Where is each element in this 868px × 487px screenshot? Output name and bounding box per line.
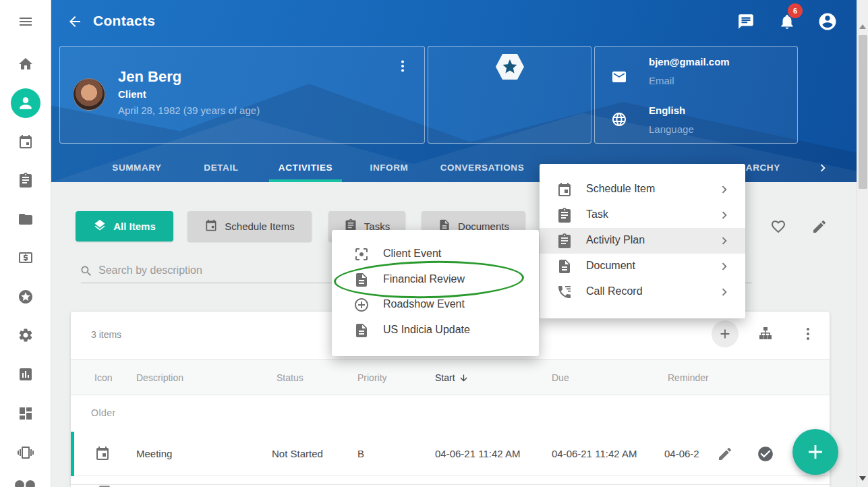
people-icon-partial[interactable] — [15, 480, 38, 487]
column-start-sorted[interactable]: Start — [435, 372, 469, 383]
tab-inform[interactable]: INFORM — [370, 163, 409, 173]
cell-reminder: 04-06-2 — [664, 448, 713, 459]
center-focus-icon — [353, 246, 370, 262]
left-sidebar — [0, 0, 51, 487]
next-row-divider — [71, 484, 830, 485]
table-row[interactable]: Meeting Not Started B 04-06-21 11:42 AM … — [71, 432, 830, 476]
client-birthdate: April 28, 1982 (39 years of age) — [118, 105, 260, 116]
filter-schedule-items-button[interactable]: Schedule Items — [187, 211, 312, 241]
profile-photo — [73, 78, 105, 111]
column-icon[interactable]: Icon — [94, 372, 112, 383]
add-activity-context-menu: Schedule Item Task Activity Plan Documen… — [540, 164, 745, 318]
client-name: Jen Berg — [118, 68, 181, 86]
client-role: Client — [118, 88, 146, 100]
edit-pencil-icon[interactable] — [811, 219, 828, 235]
group-label-older: Older — [91, 407, 116, 418]
submenu-chevron-icon — [717, 208, 732, 223]
scroll-up-arrow-icon[interactable] — [859, 24, 866, 29]
calendar-icon — [94, 445, 111, 461]
home-icon[interactable] — [18, 56, 34, 72]
column-due[interactable]: Due — [552, 372, 569, 383]
vertical-scrollbar[interactable] — [857, 0, 868, 487]
star-hexagon-badge-icon — [494, 53, 525, 81]
profile-card: Jen Berg Client April 28, 1982 (39 years… — [59, 46, 425, 144]
submenu-item-financial-review[interactable]: Financial Review — [332, 268, 539, 293]
menu-item-schedule-item[interactable]: Schedule Item — [540, 177, 745, 202]
sort-descending-arrow-icon — [459, 373, 469, 383]
contacts-person-icon[interactable] — [11, 88, 40, 118]
vibration-phone-icon[interactable] — [18, 445, 34, 461]
fab-add-button[interactable] — [792, 429, 838, 475]
notification-badge: 6 — [788, 3, 803, 18]
submenu-chevron-icon — [717, 182, 732, 197]
menu-item-call-record[interactable]: Call Record — [540, 279, 745, 305]
dashboard-icon[interactable] — [18, 405, 34, 422]
layers-icon — [93, 219, 107, 234]
submenu-item-client-event[interactable]: Client Event — [332, 242, 539, 267]
table-header-row: Icon Description Status Priority Start D… — [71, 359, 830, 395]
table-kebab-menu-icon[interactable] — [800, 326, 816, 342]
calendar-icon — [204, 219, 218, 234]
hierarchy-view-icon[interactable] — [757, 326, 774, 342]
email-label: Email — [649, 75, 674, 86]
clipboard-icon — [556, 207, 573, 223]
cell-status: Not Started — [272, 448, 323, 459]
scroll-down-arrow-icon[interactable] — [859, 476, 866, 481]
row-complete-check-icon[interactable] — [757, 445, 774, 463]
submenu-chevron-icon — [717, 233, 732, 248]
menu-item-document[interactable]: Document — [540, 254, 745, 279]
email-icon — [611, 69, 627, 85]
plus-circle-icon — [353, 297, 370, 313]
document-icon — [353, 322, 370, 339]
clipboard-icon[interactable] — [18, 172, 34, 188]
row-edit-pencil-icon[interactable] — [717, 446, 733, 462]
column-priority[interactable]: Priority — [357, 372, 387, 383]
tab-activities[interactable]: ACTIVITIES — [279, 163, 332, 173]
cell-start: 04-06-21 11:42 AM — [435, 448, 520, 459]
phone-list-icon — [556, 284, 573, 300]
activity-plan-submenu: Client Event Financial Review Roadshow E… — [332, 230, 539, 356]
column-status[interactable]: Status — [277, 372, 303, 383]
chat-icon[interactable] — [737, 13, 755, 30]
back-arrow-icon[interactable] — [67, 13, 83, 30]
contact-info-card: bjen@gmail.com Email English Language — [594, 46, 798, 144]
globe-icon — [611, 111, 627, 127]
menu-item-activity-plan[interactable]: Activity Plan — [540, 228, 745, 254]
folder-icon[interactable] — [18, 211, 34, 227]
scrollbar-thumb[interactable] — [859, 35, 867, 189]
star-circle-icon[interactable] — [18, 289, 34, 305]
cell-description: Meeting — [136, 448, 172, 459]
badge-card — [428, 46, 591, 144]
tab-summary[interactable]: SUMMARY — [112, 163, 161, 173]
column-reminder[interactable]: Reminder — [668, 372, 709, 383]
column-description[interactable]: Description — [136, 372, 183, 383]
filter-all-items-button[interactable]: All Items — [76, 211, 173, 241]
menu-item-task[interactable]: Task — [540, 202, 745, 228]
calendar-icon — [556, 181, 573, 198]
submenu-item-us-indicia-update[interactable]: US Indicia Update — [332, 318, 539, 343]
submenu-chevron-icon — [717, 259, 732, 274]
favorite-heart-icon[interactable] — [770, 219, 786, 235]
row-accent-bar — [71, 432, 74, 476]
calendar-icon[interactable] — [18, 134, 34, 150]
clipboard-icon — [556, 233, 573, 249]
bar-chart-icon[interactable] — [18, 366, 34, 382]
tab-conversations[interactable]: CONVERSATIONS — [440, 163, 525, 173]
email-value: bjen@gmail.com — [649, 56, 730, 67]
hamburger-menu-icon[interactable] — [18, 13, 34, 30]
cell-due: 04-06-21 11:42 AM — [552, 448, 637, 459]
account-avatar-icon[interactable] — [817, 11, 838, 32]
billing-dollar-icon[interactable] — [18, 250, 34, 266]
cell-priority: B — [357, 448, 364, 459]
tabs-scroll-right-icon[interactable] — [815, 161, 830, 175]
document-icon — [556, 258, 573, 275]
add-item-button[interactable] — [712, 320, 739, 347]
tab-detail[interactable]: DETAIL — [204, 163, 238, 173]
app-window: Contacts 6 Jen Berg Client April 28, 198… — [0, 0, 868, 487]
submenu-chevron-icon — [717, 285, 732, 299]
language-value: English — [649, 105, 685, 116]
submenu-item-roadshow-event[interactable]: Roadshow Event — [332, 293, 539, 318]
profile-kebab-menu-icon[interactable] — [395, 58, 410, 74]
settings-gear-icon[interactable] — [18, 327, 34, 343]
search-icon — [80, 264, 93, 278]
